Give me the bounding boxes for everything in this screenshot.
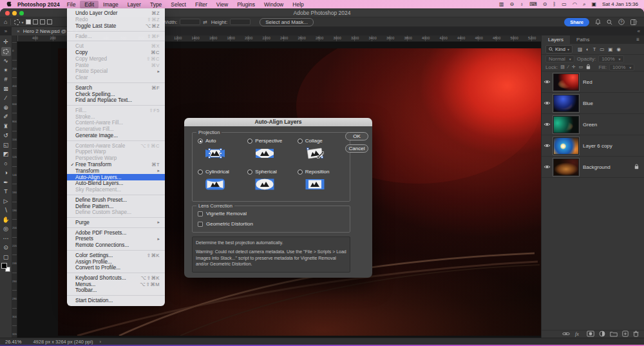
- pen-tool[interactable]: ✒: [1, 178, 11, 187]
- menubar-menu-window[interactable]: Window: [260, 1, 288, 8]
- menu-item-check-spelling[interactable]: Check Spelling...: [67, 91, 165, 97]
- screen-mode-toggle[interactable]: ▢: [1, 253, 11, 262]
- history-brush-tool[interactable]: ↺: [1, 131, 11, 140]
- move-tool[interactable]: ✛: [1, 37, 11, 47]
- height-input[interactable]: [230, 19, 251, 25]
- menubar-clock[interactable]: Sat 4 Jan 15:36: [602, 1, 638, 7]
- lock-artboard-icon[interactable]: ▭: [579, 64, 583, 70]
- menu-item-auto-align-layers[interactable]: Auto-Align Layers...: [67, 174, 165, 180]
- menubar-menu-view[interactable]: View: [212, 1, 232, 8]
- control-center-icon[interactable]: ▣: [591, 2, 596, 7]
- zoom-level-field[interactable]: 26.41%: [5, 339, 21, 345]
- adjustment-layer-icon[interactable]: [599, 331, 605, 338]
- width-input[interactable]: [180, 19, 200, 25]
- more-tools[interactable]: ⋯: [1, 234, 11, 244]
- crop-tool[interactable]: #: [1, 75, 11, 84]
- panel-menu-icon[interactable]: ≡: [636, 37, 639, 43]
- visibility-eye-icon[interactable]: [542, 164, 552, 169]
- layer-thumbnail[interactable]: [553, 116, 579, 133]
- marquee-tool-preset-icon[interactable]: [14, 19, 20, 25]
- new-group-icon[interactable]: [610, 331, 618, 338]
- layer-row-background[interactable]: Background: [542, 157, 644, 178]
- menu-item-convert-to-profile[interactable]: Convert to Profile...: [67, 265, 165, 271]
- globe-icon[interactable]: ♁: [520, 2, 524, 7]
- visibility-eye-icon[interactable]: [542, 122, 552, 127]
- projection-option-perspective[interactable]: Perspective: [247, 138, 297, 169]
- hand-tool[interactable]: ✋: [1, 215, 11, 225]
- path-selection-tool[interactable]: ▷: [1, 197, 11, 206]
- checkbox-row-vignette-removal[interactable]: Vignette Removal: [198, 211, 350, 216]
- radio-spherical[interactable]: [247, 169, 252, 175]
- add-selection-mode-button[interactable]: [33, 19, 38, 24]
- dodge-tool[interactable]: ◑: [1, 168, 11, 178]
- menu-item-free-transform[interactable]: ✓Free Transform⌘T: [67, 162, 165, 168]
- menubar-menu-layer[interactable]: Layer: [123, 1, 146, 8]
- kind-filter-dropdown[interactable]: Kind ▾: [545, 45, 573, 53]
- apple-icon[interactable]: [6, 1, 12, 7]
- menu-item-color-settings[interactable]: Color Settings...⇧⌘K: [67, 252, 165, 258]
- menu-item-keyboard-shortcuts[interactable]: Keyboard Shortcuts...⌥⇧⌘K: [67, 275, 165, 282]
- layer-mask-icon[interactable]: [587, 331, 594, 338]
- menu-item-puppet-warp[interactable]: Puppet Warp: [67, 149, 165, 155]
- menu-item-content-aware-fill[interactable]: Content-Aware Fill...: [67, 120, 165, 126]
- filter-pixel-layers-icon[interactable]: ▨: [578, 46, 582, 52]
- object-selection-tool[interactable]: ✴: [1, 66, 11, 75]
- checkbox-row-geometric-distortion[interactable]: Geometric Distortion: [198, 221, 350, 227]
- menu-item-fade[interactable]: Fade...⇧⌘F: [67, 33, 165, 39]
- wifi-icon[interactable]: ◠: [573, 2, 577, 7]
- marquee-tool[interactable]: [1, 47, 11, 57]
- line-tool[interactable]: ∖: [1, 206, 11, 215]
- visibility-eye-icon[interactable]: [542, 79, 552, 84]
- dialog-title[interactable]: Auto-Align Layers: [184, 118, 372, 126]
- projection-option-reposition[interactable]: Reposition: [298, 169, 347, 200]
- radio-perspective[interactable]: [247, 139, 252, 144]
- visibility-eye-icon[interactable]: [542, 143, 552, 148]
- tab-layers[interactable]: Layers: [542, 35, 570, 44]
- menubar-menu-image[interactable]: Image: [99, 1, 123, 8]
- bluetooth-icon[interactable]: ᛒ: [553, 2, 556, 7]
- menu-item-copy[interactable]: Copy⌘C: [67, 50, 165, 56]
- menu-item-define-brush-preset[interactable]: Define Brush Preset...: [67, 197, 165, 203]
- layer-row-layer-6-copy[interactable]: Layer 6 copy: [542, 135, 644, 157]
- do-not-disturb-icon[interactable]: ⊖: [510, 2, 515, 7]
- menu-item-fill[interactable]: Fill...⇧F5: [67, 107, 165, 113]
- menu-item-sky-replacement[interactable]: Sky Replacement...: [67, 187, 165, 193]
- menubar-menu-plugins[interactable]: Plugins: [232, 1, 260, 8]
- menu-item-remote-connections[interactable]: Remote Connections...: [67, 242, 165, 249]
- workspace-icon[interactable]: [630, 19, 638, 25]
- menu-item-assign-profile[interactable]: Assign Profile...: [67, 258, 165, 265]
- frame-tool[interactable]: ⊠: [1, 84, 11, 94]
- menu-item-purge[interactable]: Purge▸: [67, 220, 165, 226]
- link-layers-icon[interactable]: [562, 331, 570, 338]
- ok-button[interactable]: OK: [345, 132, 368, 140]
- vertical-ruler[interactable]: 0200400600800100012001400160018002000220…: [12, 42, 17, 338]
- menu-item-presets[interactable]: Presets▸: [67, 236, 165, 242]
- visibility-eye-icon[interactable]: [542, 101, 552, 106]
- brush-tool[interactable]: ✐: [1, 112, 11, 122]
- projection-option-auto[interactable]: Auto: [198, 138, 247, 169]
- layer-effects-icon[interactable]: fx: [574, 331, 582, 338]
- foreground-color-swatch[interactable]: [1, 263, 7, 269]
- menu-item-adobe-pdf-presets[interactable]: Adobe PDF Presets...: [67, 229, 165, 236]
- layer-thumbnail[interactable]: [553, 95, 579, 112]
- zoom-tool[interactable]: ◎: [1, 224, 11, 234]
- layer-row-blue[interactable]: Blue: [542, 93, 644, 114]
- layer-thumbnail[interactable]: [553, 159, 579, 176]
- panel-collapse-icon[interactable]: «: [638, 27, 640, 35]
- eyedropper-tool[interactable]: ∕: [1, 93, 11, 103]
- help-icon[interactable]: ?: [618, 19, 625, 25]
- filter-adjustment-layers-icon[interactable]: ◐: [586, 46, 589, 52]
- quick-mask-toggle[interactable]: ⊙: [1, 243, 11, 253]
- home-icon[interactable]: ⌂: [4, 19, 7, 25]
- menubar-menu-select[interactable]: Select: [166, 1, 191, 8]
- blur-tool[interactable]: ○: [1, 159, 11, 169]
- fill-dropdown[interactable]: 100%▾: [609, 64, 634, 71]
- camera-icon[interactable]: ⊙: [543, 2, 547, 7]
- menu-item-content-aware-scale[interactable]: Content-Aware Scale⌥⇧⌘C: [67, 142, 165, 149]
- new-layer-icon[interactable]: [622, 331, 629, 338]
- subtract-selection-mode-button[interactable]: [40, 19, 45, 24]
- menu-item-generative-fill[interactable]: Generative Fill...: [67, 126, 165, 133]
- menubar-menu-file[interactable]: File: [62, 1, 80, 8]
- bell-icon[interactable]: [595, 19, 601, 25]
- menu-item-define-custom-shape[interactable]: Define Custom Shape...: [67, 209, 165, 216]
